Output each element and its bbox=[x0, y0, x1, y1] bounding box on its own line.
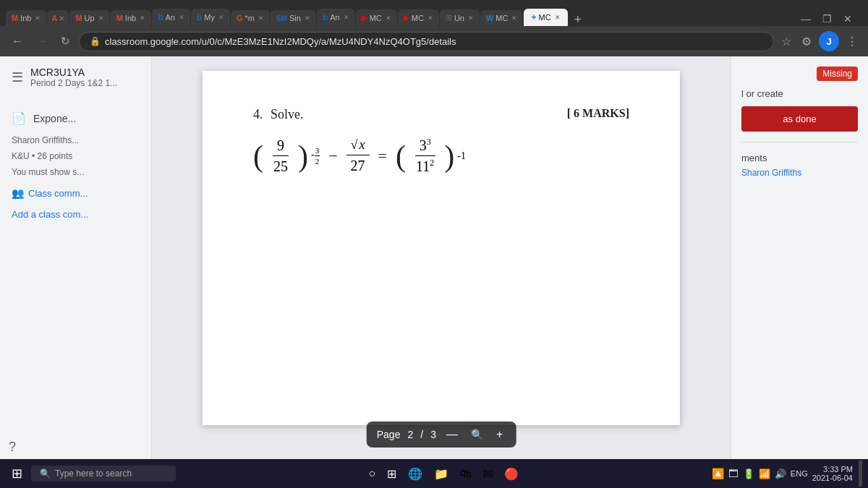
task-view-button[interactable]: ⊞ bbox=[383, 464, 401, 484]
page-current: 2 bbox=[407, 429, 413, 440]
search-placeholder-text: Type here to search bbox=[55, 468, 132, 479]
forward-button[interactable]: → bbox=[32, 32, 52, 51]
x-var: x bbox=[359, 137, 365, 153]
sidebar-points: K&U • 26 points bbox=[0, 148, 151, 164]
fraction-9-25: 9 25 bbox=[269, 137, 292, 175]
comments-label: ments bbox=[741, 153, 858, 163]
exponent-neg-1: -1 bbox=[457, 150, 466, 162]
wifi-icon[interactable]: 📶 bbox=[759, 468, 770, 479]
search-icon: 🔍 bbox=[40, 468, 51, 479]
back-button[interactable]: ← bbox=[7, 32, 27, 51]
sidebar-assignment-item[interactable]: 📄 Expone... bbox=[0, 104, 151, 132]
tab-gmail[interactable]: M Inb ✕ bbox=[6, 10, 46, 26]
show-desktop-button[interactable] bbox=[859, 461, 862, 487]
tab-yt2[interactable]: ▶ MC ✕ bbox=[398, 9, 439, 26]
class-comm-icon: 👥 bbox=[12, 187, 24, 199]
store-button[interactable]: 🛍 bbox=[456, 464, 476, 483]
volume-icon[interactable]: 🔊 bbox=[775, 468, 786, 479]
lock-icon: 🔒 bbox=[90, 36, 101, 46]
tab-inb[interactable]: M Inb ✕ bbox=[111, 10, 151, 26]
tab-yt1[interactable]: ▶ MC ✕ bbox=[356, 9, 397, 26]
right-paren-1: ) bbox=[298, 141, 308, 171]
add-class-comment[interactable]: Add a class com... bbox=[0, 206, 151, 223]
date-text: 2021-06-04 bbox=[812, 474, 853, 482]
class-period: Period 2 Days 1&2 1... bbox=[30, 78, 117, 88]
tab-b1[interactable]: b An ✕ bbox=[152, 9, 190, 26]
tab-up[interactable]: M Up ✕ bbox=[69, 10, 109, 26]
page-controls: Page 2 / 3 — 🔍 + bbox=[367, 421, 516, 448]
bookmark-star-button[interactable]: ☆ bbox=[778, 32, 794, 51]
new-tab-button[interactable]: + bbox=[569, 13, 588, 26]
missing-badge[interactable]: Missing bbox=[817, 67, 858, 81]
right-panel: Missing l or create as done ments Sharon… bbox=[731, 56, 868, 459]
class-name: MCR3U1YA bbox=[30, 67, 117, 78]
tab-x[interactable]: A ✕ bbox=[47, 10, 69, 26]
right-paren-2: ) bbox=[444, 141, 454, 171]
battery-icon[interactable]: 🔋 bbox=[743, 468, 754, 479]
tab-b2[interactable]: b My ✕ bbox=[191, 9, 230, 26]
tab-active[interactable]: + MC ✕ bbox=[524, 9, 567, 26]
denominator-25: 25 bbox=[269, 156, 292, 175]
edge-icon[interactable]: 🌐 bbox=[404, 464, 427, 484]
problem-text: Solve. bbox=[271, 107, 304, 121]
language-indicator[interactable]: ENG bbox=[791, 469, 808, 478]
taskbar-center: ○ ⊞ 🌐 📁 🛍 ✉ 🔴 bbox=[365, 464, 524, 484]
sidebar-header: ☰ MCR3U1YA Period 2 Days 1&2 1... bbox=[0, 56, 151, 98]
menu-button[interactable]: ⋮ bbox=[843, 32, 861, 51]
reload-button[interactable]: ↻ bbox=[56, 32, 75, 51]
mail-button[interactable]: ✉ bbox=[479, 464, 497, 484]
document-viewer: 4. Solve. [ 6 MARKS] ( 9 25 ) bbox=[152, 56, 731, 459]
hamburger-icon[interactable]: ☰ bbox=[12, 69, 23, 85]
sqrt-symbol: √ bbox=[351, 137, 358, 153]
notification-icon[interactable]: 🔼 bbox=[712, 468, 724, 479]
left-paren-1: ( bbox=[253, 141, 263, 171]
tab-sm[interactable]: SM Sin ✕ bbox=[271, 10, 316, 26]
mark-done-button[interactable]: as done bbox=[741, 106, 858, 132]
zoom-out-button[interactable]: — bbox=[443, 427, 461, 442]
sqrt-x-numerator: √x bbox=[346, 137, 370, 155]
close-icon[interactable]: ✕ bbox=[839, 12, 856, 26]
fraction-3cube-11sq: 33 112 bbox=[412, 137, 438, 175]
panel-divider bbox=[741, 142, 858, 142]
tab-b3[interactable]: b An ✕ bbox=[317, 9, 355, 26]
navigation-bar: ← → ↻ 🔒 classroom.google.com/u/0/c/MzE3M… bbox=[0, 26, 868, 56]
zoom-in-button[interactable]: + bbox=[493, 427, 506, 442]
denominator-11sq: 112 bbox=[412, 156, 438, 175]
help-icon[interactable]: ? bbox=[9, 440, 16, 455]
tab-g[interactable]: G *m ✕ bbox=[231, 10, 270, 26]
sidebar-class-comm[interactable]: 👥 Class comm... bbox=[0, 180, 151, 206]
taskbar: ⊞ 🔍 Type here to search ○ ⊞ 🌐 📁 🛍 ✉ 🔴 🔼 … bbox=[0, 459, 868, 488]
tab-un[interactable]: ⊞ Un ✕ bbox=[440, 9, 480, 26]
sidebar-author: Sharon Griffiths... bbox=[0, 132, 151, 148]
file-explorer-button[interactable]: 📁 bbox=[430, 464, 453, 484]
sidebar-instructions: You must show s... bbox=[0, 164, 151, 180]
browser-window: M Inb ✕ A ✕ M Up ✕ M Inb ✕ b An ✕ b My ✕ bbox=[0, 0, 868, 488]
numerator-3cube: 33 bbox=[415, 137, 435, 156]
extensions-button[interactable]: ⚙ bbox=[799, 32, 814, 51]
address-bar[interactable]: 🔒 classroom.google.com/u/0/c/MzE3MzE1NzI… bbox=[79, 32, 774, 51]
profile-avatar[interactable]: J bbox=[819, 31, 839, 51]
action-center-icon[interactable]: 🗔 bbox=[728, 468, 739, 479]
maximize-icon[interactable]: ❐ bbox=[818, 12, 836, 26]
page-label: Page bbox=[377, 429, 401, 440]
class-comm-label: Class comm... bbox=[28, 188, 88, 199]
search-button[interactable]: 🔍 bbox=[468, 427, 486, 442]
start-button[interactable]: ⊞ bbox=[6, 463, 28, 484]
time-display[interactable]: 3:33 PM 2021-06-04 bbox=[812, 465, 853, 482]
fraction-sqrt-x-27: √x 27 bbox=[346, 137, 370, 174]
exponent-neg-3-2: - 3 2 bbox=[311, 146, 320, 165]
assignment-label: Expone... bbox=[33, 113, 76, 124]
left-sidebar: ☰ MCR3U1YA Period 2 Days 1&2 1... 📄 Expo… bbox=[0, 56, 152, 459]
document-page: 4. Solve. [ 6 MARKS] ( 9 25 ) bbox=[203, 71, 680, 425]
comments-section: ments Sharon Griffiths bbox=[741, 153, 858, 178]
tab-mc1[interactable]: W MC ✕ bbox=[480, 10, 524, 26]
search-bar[interactable]: 🔍 Type here to search bbox=[31, 466, 176, 481]
cortana-button[interactable]: ○ bbox=[365, 464, 380, 483]
math-equation: ( 9 25 ) - 3 2 − bbox=[253, 137, 629, 175]
chrome-button[interactable]: 🔴 bbox=[500, 464, 523, 484]
assignment-icon: 📄 bbox=[12, 111, 26, 125]
denominator-27: 27 bbox=[346, 155, 370, 174]
sharon-griffiths-name: Sharon Griffiths bbox=[741, 168, 858, 178]
minimize-icon[interactable]: — bbox=[796, 12, 815, 26]
time-text: 3:33 PM bbox=[812, 465, 853, 474]
